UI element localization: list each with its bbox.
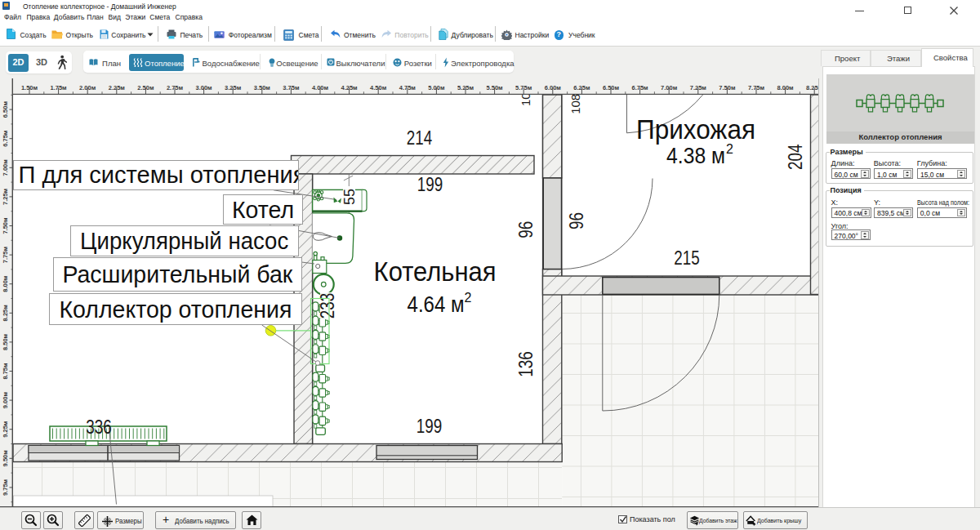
- svg-text:7.00м: 7.00м: [2, 159, 9, 176]
- svg-text:9.00м: 9.00м: [2, 392, 9, 409]
- svg-text:9.25м: 9.25м: [2, 421, 9, 438]
- svg-text:108: 108: [568, 95, 582, 114]
- svg-text:96: 96: [514, 221, 537, 238]
- svg-text:199: 199: [417, 173, 443, 195]
- svg-text:4.64 м2: 4.64 м2: [408, 291, 472, 317]
- svg-text:7.25м: 7.25м: [2, 188, 9, 205]
- svg-text:96: 96: [565, 212, 587, 229]
- svg-text:Котельная: Котельная: [374, 256, 497, 287]
- svg-text:108: 108: [519, 95, 532, 106]
- svg-text:7.75м: 7.75м: [2, 247, 9, 264]
- svg-text:4.38 м2: 4.38 м2: [666, 142, 733, 168]
- svg-text:215: 215: [674, 247, 700, 269]
- svg-text:8.25м: 8.25м: [2, 305, 9, 322]
- svg-text:55: 55: [341, 189, 358, 205]
- svg-text:8.00м: 8.00м: [2, 275, 9, 292]
- svg-text:9.75м: 9.75м: [2, 479, 9, 496]
- svg-text:8.75м: 8.75м: [2, 363, 9, 380]
- svg-text:8.25м: 8.25м: [806, 84, 819, 91]
- svg-text:8.50м: 8.50м: [2, 333, 9, 350]
- svg-text:6.75м: 6.75м: [2, 130, 9, 147]
- svg-text:136: 136: [514, 351, 537, 377]
- svg-text:6.50м: 6.50м: [2, 101, 9, 118]
- svg-text:233: 233: [316, 293, 338, 319]
- svg-text:7.50м: 7.50м: [2, 217, 9, 234]
- svg-text:336: 336: [86, 416, 112, 438]
- svg-text:214: 214: [407, 127, 433, 149]
- svg-text:204: 204: [784, 145, 806, 171]
- svg-text:Прихожая: Прихожая: [636, 114, 755, 145]
- svg-text:9.50м: 9.50м: [2, 450, 9, 467]
- svg-text:199: 199: [416, 415, 443, 437]
